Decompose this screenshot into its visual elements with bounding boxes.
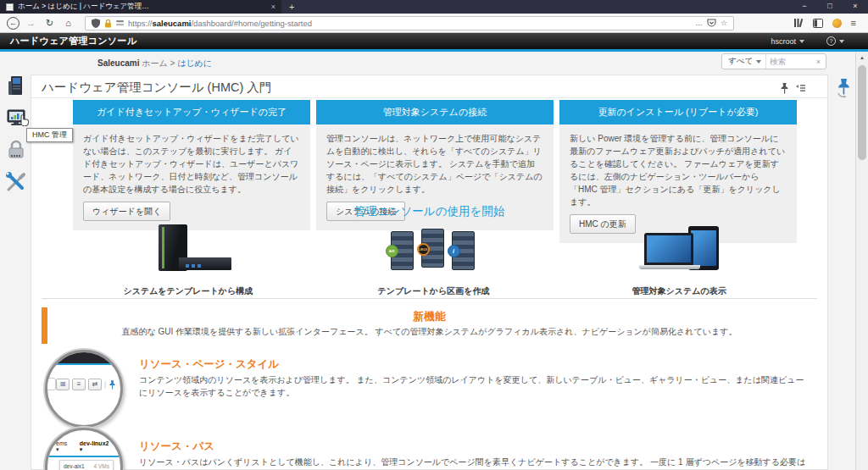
search-scope-dropdown[interactable]: すべて	[722, 54, 766, 69]
pin-page-icon[interactable]	[780, 83, 789, 94]
reload-button[interactable]: ↻	[42, 18, 57, 29]
managed-systems-image	[624, 224, 734, 275]
gs-caption: システムをテンプレートから構成	[123, 285, 253, 297]
page-actions-icon[interactable]: …	[695, 19, 703, 27]
library-icon[interactable]	[793, 18, 804, 28]
whats-new-subtitle: 直感的な GUI 作業環境を提供する新しい拡張インターフェース。 すべての管理対…	[82, 326, 776, 338]
new-tab-button[interactable]: +	[281, 0, 302, 14]
serviceability-icon[interactable]	[5, 171, 27, 193]
feature-title-resource-path: リソース・パス	[139, 440, 214, 454]
breadcrumb-home[interactable]: ホーム >	[142, 58, 175, 68]
feature-title-page-style: リソース・ページ・スタイル	[139, 357, 279, 372]
window-minimize-button[interactable]: −	[792, 0, 817, 14]
gs-item-view-systems[interactable]: 管理対象システムの表示	[556, 224, 802, 297]
card-header: ガイド付きセットアップ・ウィザードの完了	[73, 100, 310, 124]
global-search: すべて ×	[721, 53, 826, 69]
hand-cursor-icon	[18, 113, 29, 126]
hamburger-menu-icon[interactable]: ≡	[851, 18, 856, 28]
feature-text-page-style: コンテンツ領域内のリソースを表示および管理します。 また、コンテンツ領域のレイア…	[139, 373, 810, 399]
section-divider	[42, 298, 817, 299]
permissions-icon[interactable]	[116, 19, 124, 27]
pocket-icon[interactable]	[707, 19, 716, 28]
card-connect-systems: 管理対象システムの接続 管理コンソールは、ネットワーク上で使用可能なシステムを自…	[316, 100, 554, 243]
relation-view-icon: ⇄	[88, 379, 102, 390]
window-close-button[interactable]: ×	[843, 0, 868, 14]
page-options-icon[interactable]	[796, 85, 805, 92]
browser-nav-bar: ← → ↻ ⌂ https://saleucami/dashboard/#hom…	[0, 14, 868, 33]
tab-close-button[interactable]: ×	[268, 3, 275, 11]
gs-item-configure-system[interactable]: システムをテンプレートから構成	[65, 224, 311, 297]
forward-button[interactable]: →	[24, 18, 38, 28]
sidebar-toggle-icon[interactable]	[813, 19, 823, 28]
mini-crumb-ems: ems ▾	[56, 440, 71, 453]
connection-lock-icon[interactable]	[104, 19, 112, 28]
ibmi-badge-icon: i	[448, 245, 460, 257]
scroll-up-arrow[interactable]: ▲	[856, 52, 868, 64]
breadcrumb-console: Saleucami	[97, 58, 139, 68]
card-body-text: ガイド付きセットアップ・ウィザードをまだ完了していない場合は、このステップを最初…	[83, 134, 299, 194]
card-install-updates: 更新のインストール (リブートが必要) 新しい Power 環境を管理する前に、…	[559, 100, 797, 243]
resource-path-magnifier: ems ▾ dev-linux2 ▾ dev-aix1 4 VMs dev-li…	[45, 428, 123, 470]
resources-icon[interactable]	[5, 75, 27, 97]
tracking-shield-icon[interactable]	[92, 19, 100, 28]
breadcrumb-current[interactable]: はじめに	[177, 58, 212, 68]
search-input[interactable]	[766, 57, 816, 66]
mini-crumb-dev-linux2: dev-linux2 ▾	[80, 440, 112, 453]
user-menu[interactable]: hscroot	[771, 37, 804, 46]
help-menu[interactable]: ?	[826, 36, 844, 46]
url-host: saleucami	[153, 19, 192, 28]
linux-badge-icon: LINUX	[417, 243, 430, 256]
favicon-icon	[6, 3, 14, 11]
mini-list-row: dev-aix1 4 VMs	[60, 461, 113, 470]
getting-started-heading: 管理コンソールの使用を開始	[31, 204, 827, 219]
table-view-icon: ≡	[72, 379, 86, 390]
toolbar-right-icons: ≡	[793, 18, 861, 28]
window-controls: − □ ×	[792, 0, 868, 14]
partition-template-image: AIX LINUX i	[379, 224, 489, 275]
system-template-image	[133, 224, 243, 275]
card-body-text: 新しい Power 環境を管理する前に、管理コンソールに最新のファームウェア更新…	[570, 134, 785, 207]
scrollbar-thumb[interactable]	[858, 65, 866, 160]
card-header: 管理対象システムの接続	[316, 100, 554, 124]
app-title: ハードウェア管理コンソール	[10, 35, 136, 47]
card-header: 更新のインストール (リブートが必要)	[559, 100, 797, 124]
whats-new-title: 新機能	[31, 309, 827, 324]
card-body-text: 管理コンソールは、ネットワーク上で使用可能なシステムを自動的に検出し、それらを「…	[326, 134, 542, 194]
extension-icon[interactable]	[832, 19, 842, 28]
gs-caption: テンプレートから区画を作成	[378, 285, 490, 297]
getting-started-panel: ハードウェア管理コンソール (HMC) 入門 ガイド付きセットアップ・ウィザード…	[31, 75, 828, 470]
card-guided-setup: ガイド付きセットアップ・ウィザードの完了 ガイド付きセットアップ・ウィザードをま…	[73, 100, 310, 243]
page-content: Saleucami ホーム > はじめに すべて ×	[0, 52, 868, 470]
home-button[interactable]: ⌂	[61, 18, 75, 28]
pin-panel-icon[interactable]	[836, 78, 851, 100]
window-maximize-button[interactable]: □	[817, 0, 843, 14]
browser-tab[interactable]: ホーム > はじめに | ハードウェア管理… ×	[0, 0, 281, 14]
gallery-view-icon: ⊞	[56, 379, 70, 390]
url-text: https://saleucami/dashboard/#home/gettin…	[128, 19, 312, 28]
gs-caption: 管理対象システムの表示	[632, 285, 726, 297]
search-clear-button[interactable]: ×	[816, 58, 826, 66]
page-scrollbar[interactable]: ▲	[855, 52, 868, 470]
users-security-icon[interactable]	[5, 139, 27, 161]
aix-badge-icon: AIX	[386, 245, 398, 257]
page-style-magnifier: | ⊞ ≡ ⇄ |	[45, 350, 123, 428]
breadcrumb: Saleucami ホーム > はじめに	[97, 58, 212, 69]
hmc-app-bar: ハードウェア管理コンソール hscroot ?	[0, 33, 868, 49]
hmc-management-tooltip: HMC 管理	[26, 128, 73, 142]
help-icon: ?	[826, 36, 836, 46]
gs-item-create-partitions[interactable]: AIX LINUX i テンプレートから区画を作成	[311, 224, 557, 297]
back-button[interactable]: ←	[7, 17, 19, 30]
mini-pin-icon	[108, 380, 116, 390]
page-title: ハードウェア管理コンソール (HMC) 入門	[42, 80, 271, 96]
tab-title: ホーム > はじめに | ハードウェア管理…	[18, 2, 264, 12]
feature-text-resource-path: リソース・パスはパンくずリストとして機能し、これにより、管理コンソールでページ間…	[139, 456, 810, 470]
browser-tab-bar: ホーム > はじめに | ハードウェア管理… × + − □ ×	[0, 0, 868, 14]
url-bar[interactable]: https://saleucami/dashboard/#home/gettin…	[85, 16, 734, 30]
bookmark-star-icon[interactable]: ☆	[721, 19, 727, 27]
